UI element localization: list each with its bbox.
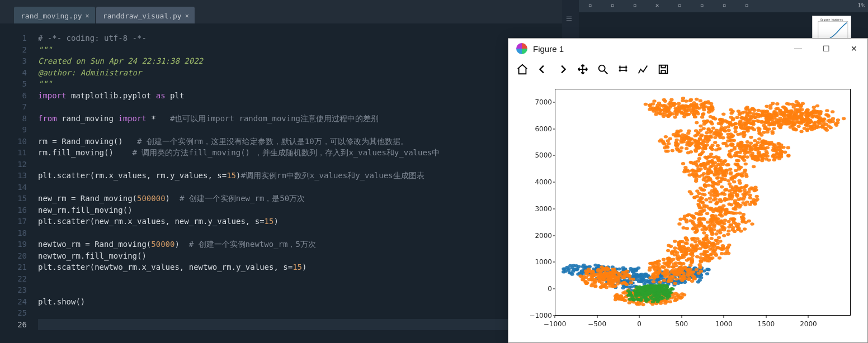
code-line[interactable]	[38, 273, 562, 285]
save-icon[interactable]	[655, 61, 672, 77]
code-line[interactable]	[38, 159, 562, 170]
home-icon[interactable]	[514, 61, 531, 77]
svg-point-2304	[694, 115, 697, 118]
svg-point-1197	[690, 192, 694, 196]
rt-tool-3[interactable]: ▫	[624, 0, 646, 12]
hamburger-icon[interactable]: ≡	[566, 12, 573, 24]
svg-point-1151	[703, 183, 707, 187]
code-line[interactable]: new_rm = Rand_moving(500000) # 创建一个实例new…	[38, 193, 562, 204]
svg-point-1520	[695, 141, 699, 144]
code-line[interactable]: import matplotlib.pyplot as plt	[38, 90, 562, 102]
svg-point-839	[685, 239, 689, 242]
back-icon[interactable]	[534, 61, 551, 77]
svg-point-2473	[605, 286, 608, 289]
svg-point-1760	[797, 103, 801, 107]
svg-point-844	[687, 257, 691, 260]
code-line[interactable]	[38, 284, 562, 296]
tab-randdraw_visual-py[interactable]: randdraw_visual.py✕	[96, 7, 195, 23]
svg-point-1683	[752, 120, 756, 123]
svg-point-717	[696, 271, 700, 275]
svg-point-1659	[709, 121, 713, 124]
code-line[interactable]: newtwo_rm.fill_moving()	[38, 250, 562, 262]
svg-point-1665	[727, 128, 730, 132]
subplots-icon[interactable]	[615, 61, 631, 77]
svg-point-2109	[753, 139, 757, 142]
svg-point-2302	[673, 116, 677, 119]
code-line[interactable]: from rand_moving import * #也可以用import ra…	[38, 113, 562, 125]
forward-icon[interactable]	[554, 61, 571, 77]
pan-icon[interactable]	[574, 61, 591, 77]
svg-point-1973	[781, 120, 785, 123]
svg-point-1993	[798, 121, 802, 125]
rt-tool-6[interactable]: ▫	[691, 0, 713, 12]
tab-close-icon[interactable]: ✕	[185, 12, 189, 20]
code-line[interactable]: @author: Administrator	[38, 67, 562, 79]
svg-point-1976	[817, 121, 821, 125]
svg-point-1813	[745, 115, 749, 118]
svg-point-2175	[688, 99, 692, 102]
rt-tool-4[interactable]: ✕	[646, 0, 668, 12]
svg-point-2310	[667, 108, 671, 111]
code-line[interactable]: # -*- coding: utf-8 -*-	[38, 32, 562, 44]
rt-tool-1[interactable]: ▫	[579, 0, 601, 12]
svg-point-1317	[706, 172, 710, 175]
figure-titlebar[interactable]: Figure 1 — ☐ ✕	[508, 39, 867, 59]
rt-tool-2[interactable]: ▫	[601, 0, 624, 12]
svg-point-828	[710, 237, 714, 240]
svg-point-1955	[806, 127, 810, 131]
svg-point-1315	[733, 163, 737, 166]
code-line[interactable]	[38, 182, 562, 193]
rt-tool-5[interactable]: ▫	[668, 0, 691, 12]
code-line[interactable]: rm.fill_moving() # 调用类的方法fill_moving() ，…	[38, 147, 562, 159]
code-line[interactable]: new_rm.fill_moving()	[38, 204, 562, 216]
svg-point-2482	[601, 277, 605, 280]
figure-canvas[interactable]: −100001000200030004000500060007000−1000−…	[514, 83, 862, 337]
svg-point-1474	[664, 150, 668, 153]
svg-point-2161	[755, 149, 759, 152]
code-line[interactable]: rm = Rand_moving() # 创建一个实例rm，这里没有给定参数，默…	[38, 136, 562, 147]
code-line[interactable]: plt.show()	[38, 296, 562, 308]
svg-point-1001	[726, 233, 730, 236]
code-line[interactable]: Created on Sun Apr 24 22:31:38 2022	[38, 55, 562, 67]
rt-tool-8[interactable]: ▫	[735, 0, 758, 12]
svg-point-1629	[702, 127, 706, 130]
svg-point-1411	[674, 139, 678, 142]
svg-point-2196	[687, 113, 691, 116]
code-editor[interactable]: 1234567891011121314151617181920212223242…	[0, 23, 562, 343]
svg-point-859	[702, 252, 706, 255]
svg-point-2573	[633, 289, 636, 293]
rt-tool-7[interactable]: ▫	[713, 0, 735, 12]
code-line[interactable]	[38, 307, 562, 319]
figure-toolbar	[508, 59, 867, 80]
code-line[interactable]: plt.scatter(new_rm.x_values, new_rm.y_va…	[38, 216, 562, 227]
svg-point-712	[673, 282, 677, 285]
minimize-button[interactable]: —	[792, 44, 804, 54]
code-line[interactable]: newtwo_rm = Rand_moving(50000) # 创建一个实例n…	[38, 239, 562, 250]
code-line[interactable]: """	[38, 78, 562, 90]
svg-point-1355	[706, 175, 710, 179]
svg-point-1513	[686, 137, 690, 140]
svg-point-874	[689, 249, 693, 253]
code-line[interactable]: plt.scatter(rm.x_values, rm.y_values, s=…	[38, 170, 562, 182]
code-body[interactable]: # -*- coding: utf-8 -*-"""Created on Sun…	[34, 23, 562, 343]
code-line[interactable]: """	[38, 44, 562, 56]
svg-point-2424	[625, 269, 629, 273]
code-line[interactable]	[38, 227, 562, 239]
tab-rand_moving-py[interactable]: rand_moving.py✕	[14, 7, 95, 23]
svg-point-1914	[831, 110, 834, 113]
svg-point-1517	[703, 145, 707, 149]
close-button[interactable]: ✕	[848, 44, 860, 54]
svg-point-1471	[714, 148, 718, 151]
code-line[interactable]	[38, 124, 562, 136]
svg-point-2114	[768, 142, 772, 146]
maximize-button[interactable]: ☐	[820, 44, 832, 54]
code-line[interactable]	[38, 319, 562, 331]
svg-point-849	[725, 250, 729, 253]
svg-point-1427	[671, 149, 674, 153]
tab-close-icon[interactable]: ✕	[86, 12, 89, 20]
edit-icon[interactable]	[635, 61, 652, 77]
zoom-icon[interactable]	[595, 61, 611, 77]
code-line[interactable]	[38, 101, 562, 113]
code-line[interactable]: plt.scatter(newtwo_rm.x_values, newtwo_r…	[38, 261, 562, 273]
svg-point-1018	[740, 220, 744, 223]
